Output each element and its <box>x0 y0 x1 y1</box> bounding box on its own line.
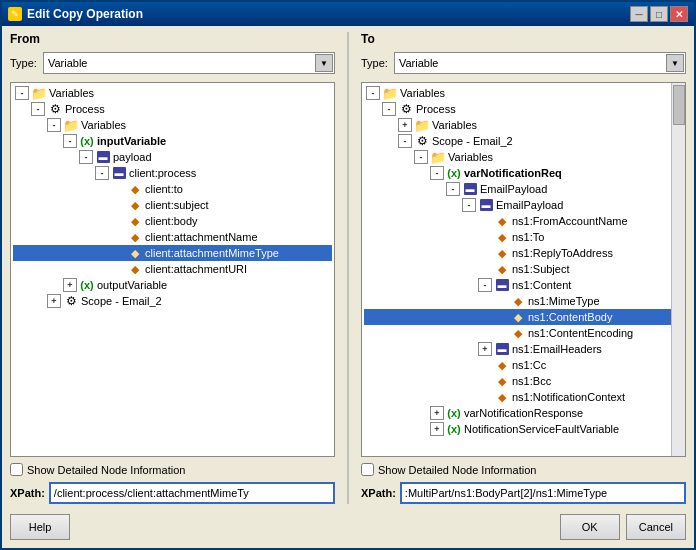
from-expander-inputvar[interactable]: - <box>63 134 77 148</box>
to-tree-row-scope[interactable]: - ⚙ Scope - Email_2 <box>364 133 683 149</box>
to-node-text-varnotifireq: varNotificationReq <box>464 167 562 179</box>
from-node-text-clientbody: client:body <box>145 215 198 227</box>
to-field-icon-ns1content: ▬ <box>494 277 510 293</box>
to-scrollbar-thumb[interactable] <box>673 85 685 125</box>
from-tree-row-attachuri[interactable]: ◆ client:attachmentURI <box>13 261 332 277</box>
to-expander-scope[interactable]: - <box>398 134 412 148</box>
from-tree-row-payload[interactable]: - ▬ payload <box>13 149 332 165</box>
help-button[interactable]: Help <box>10 514 70 540</box>
from-param-icon-attachname: ◆ <box>127 229 143 245</box>
from-tree-row-attachmime[interactable]: ◆ client:attachmentMimeType <box>13 245 332 261</box>
from-folder-icon-vars: 📁 <box>31 85 47 101</box>
from-tree-row-clientbody[interactable]: ◆ client:body <box>13 213 332 229</box>
to-node-text-ns1cc: ns1:Cc <box>512 359 546 371</box>
to-tree-row-ns1reply[interactable]: ◆ ns1:ReplyToAddress <box>364 245 683 261</box>
to-expander-process[interactable]: - <box>382 102 396 116</box>
from-tree-row-inputvar[interactable]: - (x) inputVariable <box>13 133 332 149</box>
to-expander-varnotifiresp[interactable]: + <box>430 406 444 420</box>
to-expander-varnotifireq[interactable]: - <box>430 166 444 180</box>
from-show-details-row: Show Detailed Node Information <box>10 463 335 476</box>
to-tree-row-ns1subject[interactable]: ◆ ns1:Subject <box>364 261 683 277</box>
close-button[interactable]: ✕ <box>670 6 688 22</box>
to-tree-row-variables3[interactable]: - 📁 Variables <box>364 149 683 165</box>
from-tree-row-clientsubject[interactable]: ◆ client:subject <box>13 197 332 213</box>
to-tree-row-emailpayload[interactable]: - ▬ EmailPayload <box>364 181 683 197</box>
from-param-icon-attachmime: ◆ <box>127 245 143 261</box>
to-tree-row-variables2[interactable]: + 📁 Variables <box>364 117 683 133</box>
from-tree-row-clientto[interactable]: ◆ client:to <box>13 181 332 197</box>
from-expander-variables2[interactable]: - <box>47 118 61 132</box>
from-show-details-checkbox[interactable] <box>10 463 23 476</box>
from-xpath-input[interactable] <box>49 482 335 504</box>
to-node-text-ns1bcc: ns1:Bcc <box>512 375 551 387</box>
to-tree-row-ns1mimetype[interactable]: ◆ ns1:MimeType <box>364 293 683 309</box>
to-node-text-notiffaultvar: NotificationServiceFaultVariable <box>464 423 619 435</box>
to-tree-row-process[interactable]: - ⚙ Process <box>364 101 683 117</box>
to-scrollbar[interactable] <box>671 83 685 456</box>
from-tree-row-clientprocess[interactable]: - ▬ client:process <box>13 165 332 181</box>
to-tree-row-emailpayload2[interactable]: - ▬ EmailPayload <box>364 197 683 213</box>
from-tree-row-variables2[interactable]: - 📁 Variables <box>13 117 332 133</box>
to-field-icon-ns1emailhdrs: ▬ <box>494 341 510 357</box>
ok-button[interactable]: OK <box>560 514 620 540</box>
to-tree-row-ns1bcc[interactable]: ◆ ns1:Bcc <box>364 373 683 389</box>
to-tree-row-variables[interactable]: - 📁 Variables <box>364 85 683 101</box>
to-tree-row-ns1notifctx[interactable]: ◆ ns1:NotificationContext <box>364 389 683 405</box>
from-expander-vars[interactable]: - <box>15 86 29 100</box>
to-tree-container[interactable]: - 📁 Variables - ⚙ Process <box>361 82 686 457</box>
to-expander-notiffaultvar[interactable]: + <box>430 422 444 436</box>
to-tree-row-ns1to[interactable]: ◆ ns1:To <box>364 229 683 245</box>
to-xpath-input[interactable] <box>400 482 686 504</box>
to-type-row: Type: Variable Expression Literal ▼ <box>361 52 686 74</box>
from-tree-row-scope[interactable]: + ⚙ Scope - Email_2 <box>13 293 332 309</box>
from-tree-row-variables[interactable]: - 📁 Variables <box>13 85 332 101</box>
to-expander-ns1emailhdrs[interactable]: + <box>478 342 492 356</box>
to-tree-row-ns1contentbody[interactable]: ◆ ns1:ContentBody <box>364 309 683 325</box>
to-tree-row-ns1emailhdrs[interactable]: + ▬ ns1:EmailHeaders <box>364 341 683 357</box>
minimize-button[interactable]: ─ <box>630 6 648 22</box>
to-expander-vars[interactable]: - <box>366 86 380 100</box>
to-node-text-ns1from: ns1:FromAccountName <box>512 215 628 227</box>
edit-copy-operation-dialog: ✎ Edit Copy Operation ─ □ ✕ From Type: V… <box>0 0 696 550</box>
from-type-select[interactable]: Variable Expression Literal <box>43 52 335 74</box>
to-tree-row-ns1cc[interactable]: ◆ ns1:Cc <box>364 357 683 373</box>
to-tree-row-ns1content[interactable]: - ▬ ns1:Content <box>364 277 683 293</box>
to-expander-emailpayload2[interactable]: - <box>462 198 476 212</box>
to-show-details-checkbox[interactable] <box>361 463 374 476</box>
from-node-text-attachuri: client:attachmentURI <box>145 263 247 275</box>
to-expander-vars2[interactable]: + <box>398 118 412 132</box>
to-tree-row-varnotifireq[interactable]: - (x) varNotificationReq <box>364 165 683 181</box>
from-var-icon-inputvar: (x) <box>79 133 95 149</box>
from-expander-clientprocess[interactable]: - <box>95 166 109 180</box>
to-param-icon-ns1subject: ◆ <box>494 261 510 277</box>
from-expander-payload[interactable]: - <box>79 150 93 164</box>
ok-cancel-group: OK Cancel <box>560 514 686 540</box>
to-node-text-ns1emailhdrs: ns1:EmailHeaders <box>512 343 602 355</box>
to-type-select-wrapper: Variable Expression Literal ▼ <box>394 52 686 74</box>
to-expander-vars3[interactable]: - <box>414 150 428 164</box>
cancel-button[interactable]: Cancel <box>626 514 686 540</box>
to-tree-row-varnotifiresp[interactable]: + (x) varNotificationResponse <box>364 405 683 421</box>
to-var-icon-notiffaultvar: (x) <box>446 421 462 437</box>
maximize-button[interactable]: □ <box>650 6 668 22</box>
to-tree-row-ns1contentenc[interactable]: ◆ ns1:ContentEncoding <box>364 325 683 341</box>
from-param-icon-clientbody: ◆ <box>127 213 143 229</box>
to-var-icon-varnotifireq: (x) <box>446 165 462 181</box>
from-node-text-outputvar: outputVariable <box>97 279 167 291</box>
to-expander-ns1content[interactable]: - <box>478 278 492 292</box>
to-type-select[interactable]: Variable Expression Literal <box>394 52 686 74</box>
from-field-icon-payload: ▬ <box>95 149 111 165</box>
main-content: From Type: Variable Expression Literal ▼ <box>2 26 694 548</box>
to-param-icon-ns1contentenc: ◆ <box>510 325 526 341</box>
from-expander-scope[interactable]: + <box>47 294 61 308</box>
from-expander-outputvar[interactable]: + <box>63 278 77 292</box>
from-tree-row-outputvar[interactable]: + (x) outputVariable <box>13 277 332 293</box>
from-panel: From Type: Variable Expression Literal ▼ <box>10 32 335 504</box>
from-expander-process[interactable]: - <box>31 102 45 116</box>
to-tree-row-ns1from[interactable]: ◆ ns1:FromAccountName <box>364 213 683 229</box>
to-tree-row-notiffaultvar[interactable]: + (x) NotificationServiceFaultVariable <box>364 421 683 437</box>
from-tree-container[interactable]: - 📁 Variables - ⚙ Process <box>10 82 335 457</box>
from-tree-row-process[interactable]: - ⚙ Process <box>13 101 332 117</box>
to-expander-emailpayload[interactable]: - <box>446 182 460 196</box>
from-tree-row-attachname[interactable]: ◆ client:attachmentName <box>13 229 332 245</box>
